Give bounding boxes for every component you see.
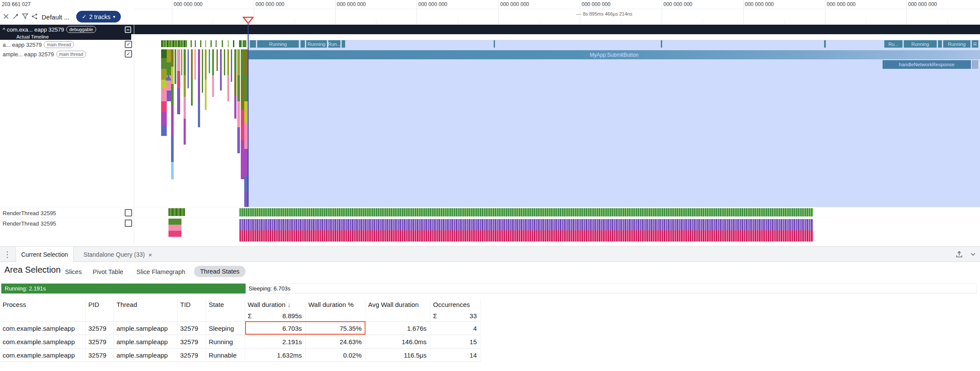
tab-pivot-table[interactable]: Pivot Table	[93, 268, 123, 275]
ruler-tick-label: 000 000 000	[827, 1, 856, 7]
flame-slice-stack[interactable]	[227, 49, 229, 101]
flame-slice-stack[interactable]	[217, 49, 218, 71]
debuggable-badge: debuggable	[66, 26, 96, 33]
cell-state: Runnable	[206, 348, 245, 361]
area-selection-overlay[interactable]	[249, 40, 980, 207]
col-header-state[interactable]: State	[206, 299, 245, 310]
cell-occurrences: 4	[430, 321, 481, 335]
chevron-down-icon[interactable]	[969, 250, 977, 260]
cell-process: com.example.sampleapp	[0, 321, 86, 335]
flame-slice-stack[interactable]	[188, 49, 189, 88]
duration-marker-line	[576, 14, 581, 15]
col-header-avg-wall-duration[interactable]: Avg Wall duration	[365, 299, 430, 310]
flame-slice-stack[interactable]	[194, 49, 196, 80]
flame-slice-stack[interactable]	[212, 49, 214, 97]
track-checkbox-checked[interactable]: ✓	[125, 41, 132, 48]
flame-slice-stack[interactable]	[220, 49, 222, 90]
marker-wand-icon[interactable]	[12, 13, 19, 20]
cell-process: com.example.sampleapp	[0, 335, 86, 348]
group-indeterminate-checkbox[interactable]	[125, 26, 131, 33]
ruler-tick-label: 000 000 000	[500, 1, 529, 7]
col-header-process[interactable]: Process	[0, 299, 86, 310]
flame-slice-stack[interactable]	[171, 49, 174, 179]
flame-slice-stack[interactable]	[241, 49, 244, 179]
flame-slice-stack[interactable]	[234, 49, 236, 119]
highlighted-cells-outline	[245, 321, 365, 335]
close-icon[interactable]: ×	[148, 251, 152, 258]
workspace-selector[interactable]: Default ...	[42, 13, 69, 21]
flame-slice-stack[interactable]	[181, 49, 182, 75]
tab-slices[interactable]: Slices	[65, 268, 82, 275]
cell-thread: ample.sampleapp	[114, 321, 178, 335]
thread-state-slices[interactable]	[161, 40, 187, 47]
clear-selection-icon[interactable]	[3, 13, 10, 20]
cell-pid: 32579	[86, 348, 114, 361]
tab-standalone-query[interactable]: Standalone Query (33) ×	[73, 247, 163, 262]
flame-slice-stack[interactable]	[177, 49, 180, 114]
cell-occurrences: 15	[430, 335, 481, 348]
flame-slice-stack[interactable]	[209, 49, 210, 73]
flame-slice-stack[interactable]	[202, 49, 203, 93]
renderthread-slice-band[interactable]	[239, 230, 813, 242]
summary-sleeping-segment: Sleeping: 6.703s	[246, 284, 977, 294]
main-thread-chip: main thread	[44, 41, 74, 48]
timeline-flag-marker[interactable]	[243, 16, 254, 26]
col-header-wall-duration[interactable]: Wall duration↓	[245, 299, 306, 310]
track-checkbox-unchecked[interactable]	[125, 209, 132, 216]
sort-descending-icon: ↓	[288, 301, 291, 308]
flame-slice-stack[interactable]	[231, 49, 232, 82]
tracks-count-label: 2 tracks	[89, 13, 110, 20]
track-row-renderthread-2[interactable]: RenderThread 32595	[0, 219, 131, 228]
tab-thread-states[interactable]: Thread States	[194, 266, 246, 277]
flame-slice-stack[interactable]	[161, 49, 167, 136]
duration-marker-label: 8s 895ms 466μs 214ns	[583, 11, 632, 16]
flame-slice-stack[interactable]	[191, 49, 193, 106]
cell-tid: 32579	[178, 335, 206, 348]
process-group-header[interactable]: ^ com.exa... eapp 32579 debuggable	[0, 25, 980, 34]
caret-down-icon: ▾	[113, 14, 115, 19]
renderthread-slices[interactable]	[168, 219, 181, 237]
ruler-origin-label: 203 661 027	[2, 1, 31, 7]
ruler-tick-label: 000 000 000	[908, 1, 937, 7]
col-header-wall-duration-pct[interactable]: Wall duration %	[306, 299, 365, 310]
track-checkbox-checked[interactable]: ✓	[125, 50, 132, 58]
track-name: ample... eapp 32579	[3, 51, 54, 58]
col-header-tid[interactable]: TID	[178, 299, 206, 310]
workspaces-icon[interactable]	[31, 13, 38, 20]
collapse-panel-icon[interactable]	[955, 250, 963, 260]
ruler-tick	[825, 0, 825, 24]
flame-slice-stack[interactable]	[237, 49, 240, 153]
track-row-main-thread-2[interactable]: ample... eapp 32579 main thread	[0, 49, 131, 59]
ruler-tick-label: 000 000 000	[745, 1, 774, 7]
col-header-pid[interactable]: PID	[86, 299, 114, 310]
flame-slice-stack[interactable]	[175, 49, 176, 84]
col-header-occurrences[interactable]: Occurrences	[430, 299, 481, 310]
track-checkbox-unchecked[interactable]	[125, 219, 132, 227]
flame-slice-stack[interactable]	[205, 49, 207, 110]
perfetto-trace-viewer: 203 661 027 000 000 000 000 000 000 000 …	[0, 0, 980, 371]
cell-thread: ample.sampleapp	[114, 348, 178, 361]
ruler-tick-label: 000 000 000	[663, 1, 692, 7]
cell-thread: ample.sampleapp	[114, 335, 178, 348]
ruler-tick-label: 000 000 000	[174, 1, 203, 7]
cell-avg-wall-duration: 146.0ms	[365, 335, 430, 348]
check-icon: ✓	[82, 13, 87, 20]
renderthread-slice-band[interactable]	[239, 219, 813, 230]
col-header-thread[interactable]: Thread	[114, 299, 178, 310]
cell-tid: 32579	[178, 348, 206, 361]
main-thread-chip: main thread	[56, 51, 86, 58]
filter-icon[interactable]	[22, 13, 29, 20]
ruler-tick-label: 000 000 000	[337, 1, 366, 7]
flame-slice-stack[interactable]	[198, 49, 200, 127]
renderthread-slices[interactable]	[168, 208, 185, 216]
flame-slice-stack[interactable]	[184, 49, 186, 145]
renderthread-state-band[interactable]	[239, 208, 813, 216]
selection-marker-line[interactable]	[248, 24, 249, 207]
flame-slice-stack[interactable]	[224, 49, 225, 75]
tab-current-selection[interactable]: Current Selection	[16, 247, 74, 262]
tab-slice-flamegraph[interactable]: Slice Flamegraph	[136, 268, 185, 275]
tracks-count-button[interactable]: ✓ 2 tracks ▾	[76, 11, 121, 23]
track-row-renderthread-1[interactable]: RenderThread 32595	[0, 208, 131, 218]
panel-menu-icon[interactable]: ⋮	[3, 250, 11, 259]
track-row-main-thread-1[interactable]: a... eapp 32579 main thread	[0, 40, 131, 49]
